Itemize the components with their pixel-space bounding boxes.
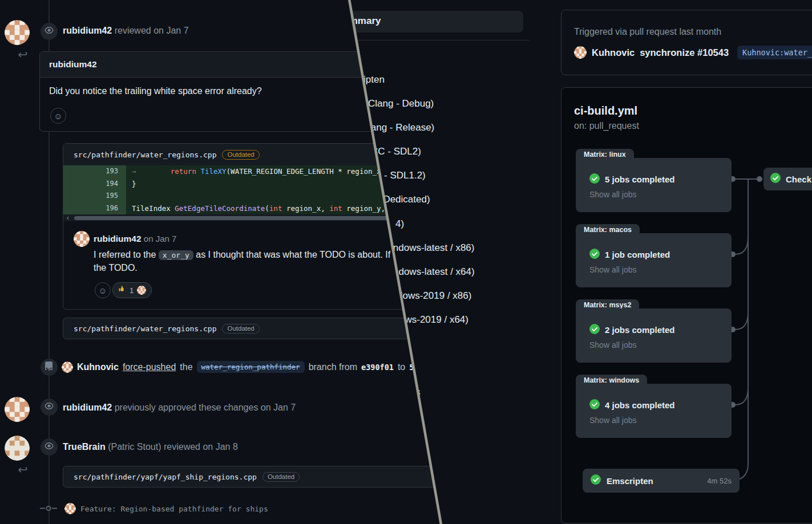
line-number[interactable]: 194	[63, 178, 126, 190]
line-number[interactable]: 195	[63, 190, 126, 202]
inline-meta: on Jan 7	[144, 234, 177, 243]
sidebar-job-item-fragment[interactable]: ndows-latest / x64)	[393, 266, 475, 278]
avatar[interactable]	[64, 503, 76, 514]
inline-author[interactable]: rubidium42	[94, 234, 142, 243]
approved-event: rubidium42 previously approved these cha…	[63, 403, 296, 413]
reviewer-name[interactable]: TrueBrain	[63, 442, 106, 452]
trigger-row: Kuhnovic synchronize #10543 Kuhnovic:wat…	[574, 46, 812, 59]
force-push-action: force-pushed	[123, 362, 176, 372]
check-circle-icon	[589, 324, 600, 336]
review-meta: reviewed on Jan 7	[115, 26, 189, 35]
reaction-count: 1	[130, 286, 134, 295]
trigger-text: Triggered via pull request last month	[574, 27, 721, 37]
job-name: Check An	[786, 174, 812, 184]
outdated-badge: Outdated	[222, 324, 259, 334]
outdated-badge: Outdated	[262, 472, 300, 482]
inline-code-chip: x_or_y	[159, 250, 193, 260]
github-pr-composite: Summary iptenClang - Debug)lang - Releas…	[0, 0, 812, 524]
comment-body: Did you notice the trailing white space …	[49, 86, 262, 96]
workflow-card: ci-build.yml on: pull_request Matrix: li…	[561, 87, 812, 523]
check-circle-icon	[770, 173, 781, 185]
repo-push-icon	[41, 359, 58, 376]
review-event: TrueBrain (Patric Stout) reviewed on Jan…	[63, 442, 238, 452]
file-path: src/pathfinder/yapf/yapf_ship_regions.cp…	[74, 473, 257, 481]
matrix-group-linux[interactable]: Matrix: linux5 jobs completedShow all jo…	[576, 149, 732, 213]
show-all-jobs-link[interactable]: Show all jobs	[589, 265, 637, 274]
sidebar-job-item-fragment[interactable]: dows-2019 / x86)	[397, 290, 471, 302]
check-circle-icon	[591, 474, 601, 487]
show-all-jobs-link[interactable]: Show all jobs	[589, 340, 637, 350]
sidebar-job-item-fragment[interactable]: ows-2019 / x64)	[399, 314, 468, 326]
avatar[interactable]	[574, 46, 587, 59]
sidebar-job-item-fragment[interactable]: lang - Release)	[369, 122, 434, 133]
matrix-card[interactable]: 4 jobs completedShow all jobs	[576, 384, 732, 438]
scroll-left-arrow[interactable]: ‹	[67, 214, 69, 222]
branch-chip[interactable]: Kuhnovic:water_re	[737, 46, 812, 59]
comment-author[interactable]: rubidium42	[49, 59, 97, 70]
reviewer-name[interactable]: rubidium42	[63, 26, 112, 35]
job-node-emscripten[interactable]: Emscripten 4m 52s	[583, 469, 740, 493]
inline-comment-line2: the TODO.	[94, 263, 138, 273]
job-name: Emscripten	[607, 476, 653, 486]
thumbs-up-icon	[118, 285, 126, 295]
show-all-jobs-link[interactable]: Show all jobs	[589, 416, 637, 425]
outdated-badge: Outdated	[222, 150, 259, 160]
matrix-group-windows[interactable]: Matrix: windows4 jobs completedShow all …	[576, 375, 732, 438]
reviewer-name[interactable]: rubidium42	[63, 403, 112, 412]
check-circle-icon	[589, 399, 600, 411]
check-circle-icon	[589, 249, 600, 261]
matrix-status: 4 jobs completed	[605, 400, 675, 410]
commit-message[interactable]: Feature: Region-based pathfinder for shi…	[80, 505, 268, 513]
matrix-status: 2 jobs completed	[605, 325, 675, 335]
workflow-name: ci-build.yml	[574, 104, 637, 117]
reaction-pill[interactable]: 1	[112, 282, 152, 298]
matrix-group-msys2[interactable]: Matrix: msys22 jobs completedShow all jo…	[576, 299, 732, 363]
check-circle-icon	[589, 173, 600, 185]
workflow-trigger: on: pull_request	[574, 121, 639, 131]
matrix-card[interactable]: 5 jobs completedShow all jobs	[576, 158, 732, 212]
trigger-event: synchronize #10543	[640, 47, 729, 58]
avatar[interactable]	[62, 361, 73, 373]
matrix-status: 5 jobs completed	[605, 174, 675, 184]
eye-icon	[41, 399, 58, 416]
file-path: src/pathfinder/water_regions.cpp	[74, 151, 216, 159]
line-number[interactable]: 196	[63, 202, 126, 215]
reply-arrow-icon: ↩	[18, 48, 28, 62]
sidebar-job-item-fragment[interactable]: 4)	[395, 218, 404, 230]
show-all-jobs-link[interactable]: Show all jobs	[589, 190, 637, 199]
git-commit-icon	[40, 504, 57, 515]
sidebar-job-item-fragment[interactable]: C - SDL1.2)	[374, 170, 426, 181]
avatar[interactable]	[5, 397, 30, 422]
matrix-status: 1 job completed	[605, 250, 670, 259]
review-event: rubidium42 reviewed on Jan 7	[63, 26, 189, 36]
avatar[interactable]	[74, 231, 90, 247]
matrix-card[interactable]: 2 jobs completedShow all jobs	[576, 308, 732, 363]
force-push-actor[interactable]: Kuhnovic	[77, 362, 119, 372]
sidebar-job-item-fragment[interactable]: Clang - Debug)	[368, 98, 434, 109]
force-push-event: Kuhnovic force-pushed the water_region_p…	[62, 361, 460, 373]
avatar[interactable]	[5, 436, 30, 461]
matrix-card[interactable]: 1 job completedShow all jobs	[576, 233, 732, 287]
sidebar-job-item-fragment[interactable]: ipten	[363, 74, 385, 86]
branch-label[interactable]: water_region_pathfinder	[197, 361, 305, 373]
add-reaction-button[interactable]: ☺	[95, 282, 111, 298]
eye-icon	[41, 438, 58, 456]
matrix-group-macos[interactable]: Matrix: macos1 job completedShow all job…	[576, 224, 732, 288]
eye-icon	[41, 23, 58, 40]
reply-arrow-icon: ↩	[18, 463, 28, 477]
job-duration: 4m 52s	[707, 477, 732, 485]
trigger-card: Triggered via pull request last month Ku…	[561, 10, 812, 75]
inline-comment-line1: I referred to the x_or_y as I thought th…	[94, 250, 418, 260]
avatar[interactable]	[5, 20, 30, 45]
inline-comment-header: rubidium42 on Jan 7	[94, 234, 176, 244]
sidebar-job-item-fragment[interactable]: indows-latest / x86)	[391, 242, 474, 254]
job-node-check-annotations[interactable]: Check An	[763, 168, 812, 190]
file-path: src/pathfinder/water_regions.cpp	[74, 324, 216, 333]
line-number[interactable]: 193	[63, 165, 126, 178]
commit-sha[interactable]: e390f01	[361, 363, 394, 372]
avatar	[137, 286, 146, 295]
trigger-actor[interactable]: Kuhnovic	[592, 47, 635, 58]
add-reaction-button[interactable]: ☺	[50, 108, 66, 124]
sidebar-job-item-fragment[interactable]: CC - SDL2)	[371, 146, 421, 157]
